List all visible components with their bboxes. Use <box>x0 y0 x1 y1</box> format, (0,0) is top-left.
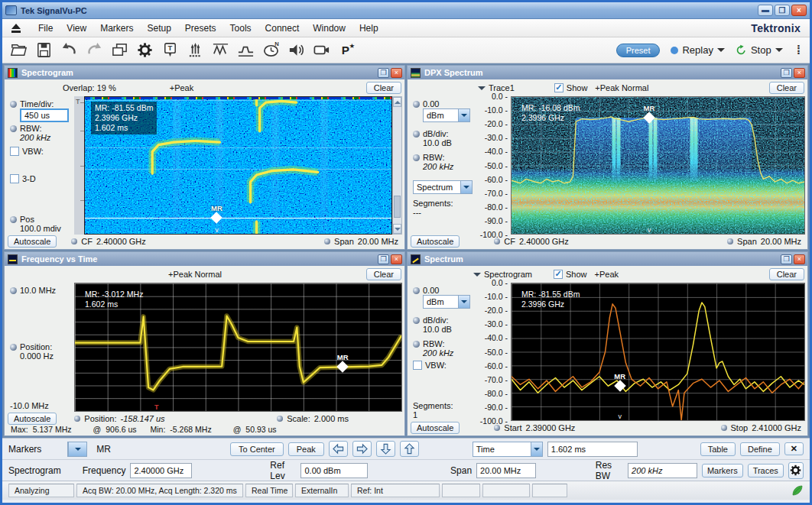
start-value[interactable]: 2.39000 GHz <box>526 423 576 432</box>
clear-button[interactable]: Clear <box>366 82 401 94</box>
peak-left-button[interactable] <box>329 441 348 457</box>
settings-gear-button[interactable] <box>788 462 804 479</box>
cf-value[interactable]: 2.40000 GHz <box>96 237 146 246</box>
adjust-knob-icon[interactable] <box>10 101 17 108</box>
define-button[interactable]: Define <box>740 442 780 456</box>
menu-item-tools[interactable]: Tools <box>223 21 258 36</box>
settings-icon[interactable] <box>135 40 154 60</box>
acquisition-icon[interactable] <box>261 40 281 60</box>
minimize-button[interactable]: ▬ <box>758 5 773 16</box>
show-checkbox[interactable] <box>554 270 563 279</box>
menu-item-file[interactable]: File <box>31 21 60 36</box>
close-button[interactable]: × <box>791 5 807 16</box>
scroll-thumb[interactable] <box>394 196 401 218</box>
panel-close-button[interactable]: × <box>794 254 805 264</box>
stop-value[interactable]: 2.41000 GHz <box>752 423 801 432</box>
panel-restore-button[interactable]: ❒ <box>378 254 389 264</box>
dpx-plot[interactable]: MR: -16.08 dBm 2.3996 GHz MR v <box>511 96 805 235</box>
frequency-input[interactable]: 2.40000 GHz <box>130 463 192 478</box>
panel-close-button[interactable]: × <box>391 254 402 264</box>
adjust-knob-icon[interactable] <box>277 416 283 422</box>
vbw-checkbox[interactable] <box>413 361 422 370</box>
span-input[interactable]: 20.00 MHz <box>476 463 536 478</box>
markers-panel-button[interactable]: Markers <box>702 464 743 477</box>
close-markers-button[interactable]: ✕ <box>784 442 804 455</box>
vbw-checkbox[interactable] <box>10 147 19 156</box>
marker-tag-icon[interactable] <box>160 40 180 60</box>
spectrogram-scrollbar[interactable] <box>392 96 402 235</box>
fvt-plot[interactable]: MR: -3.012 MHz 1.602 ms MR T <box>74 283 402 412</box>
menu-item-window[interactable]: Window <box>306 21 352 36</box>
replay-control[interactable]: Replay <box>671 44 724 56</box>
adjust-knob-icon[interactable] <box>324 238 330 244</box>
menu-item-help[interactable]: Help <box>352 21 385 36</box>
scroll-down-icon[interactable] <box>393 224 401 234</box>
adjust-knob-icon[interactable] <box>413 154 420 161</box>
ref-level-input[interactable]: 0.00 dBm <box>300 463 368 478</box>
open-file-icon[interactable] <box>8 40 28 60</box>
marker-select[interactable] <box>67 442 87 457</box>
audio-icon[interactable] <box>286 40 306 60</box>
eject-icon[interactable] <box>10 24 22 33</box>
peak-button[interactable]: Peak <box>288 442 324 456</box>
adjust-knob-icon[interactable] <box>10 287 17 294</box>
menu-item-connect[interactable]: Connect <box>258 21 307 36</box>
panel-restore-button[interactable]: ❒ <box>378 68 389 78</box>
ref-level-value[interactable]: 0.00 <box>423 286 439 295</box>
adjust-knob-icon[interactable] <box>413 131 420 138</box>
peak-right-button[interactable] <box>352 441 372 457</box>
position-value[interactable]: -158.147 us <box>121 414 165 423</box>
adjust-knob-icon[interactable] <box>71 238 77 244</box>
panel-restore-button[interactable]: ❒ <box>781 68 792 78</box>
marker-position-input[interactable]: 1.602 ms <box>547 442 638 457</box>
adjust-knob-icon[interactable] <box>494 425 500 431</box>
adjust-knob-icon[interactable] <box>413 101 420 108</box>
autoscale-button[interactable]: Autoscale <box>8 235 57 248</box>
freq-time-icon[interactable] <box>235 40 255 60</box>
maximize-button[interactable]: ❒ <box>775 5 790 16</box>
adjust-knob-icon[interactable] <box>413 341 420 348</box>
traces-panel-button[interactable]: Traces <box>748 464 784 477</box>
menu-item-setup[interactable]: Setup <box>140 21 177 36</box>
clear-button[interactable]: Clear <box>366 268 401 280</box>
menu-item-presets[interactable]: Presets <box>178 21 223 36</box>
spectrum-display-icon[interactable] <box>185 40 205 60</box>
cf-value[interactable]: 2.40000 GHz <box>519 237 569 246</box>
ref-level-value[interactable]: 0.00 <box>423 99 439 108</box>
units-select[interactable]: dBm <box>423 108 470 122</box>
spectrum-plot[interactable]: MR: -81.55 dBm 2.3996 GHz MR v <box>511 283 805 421</box>
displays-icon[interactable] <box>109 40 129 60</box>
panel-close-button[interactable]: × <box>391 68 402 78</box>
show-checkbox[interactable] <box>554 83 564 92</box>
clear-button[interactable]: Clear <box>769 268 804 280</box>
table-button[interactable]: Table <box>700 442 736 456</box>
preset-button[interactable]: Preset <box>616 44 661 57</box>
scroll-up-icon[interactable] <box>393 97 401 107</box>
vertical-position-value[interactable]: 0.000 Hz <box>20 351 73 361</box>
undo-icon[interactable] <box>59 40 79 60</box>
display-mode-select[interactable]: Spectrum <box>413 180 473 194</box>
adjust-knob-icon[interactable] <box>413 317 420 324</box>
autoscale-button[interactable]: Autoscale <box>8 413 57 425</box>
spectrogram-plot[interactable]: MR: -81.55 dBm 2.3996 GHz 1.602 ms MR v <box>84 96 392 235</box>
autoscale-button[interactable]: Autoscale <box>411 235 460 248</box>
autoscale-button[interactable]: Autoscale <box>411 422 460 434</box>
to-center-button[interactable]: To Center <box>230 442 284 456</box>
span-value[interactable]: 20.00 MHz <box>761 237 801 246</box>
amplitude-time-icon[interactable] <box>210 40 230 60</box>
adjust-knob-icon[interactable] <box>494 238 500 244</box>
adjust-knob-icon[interactable] <box>74 416 80 422</box>
user-preset-icon[interactable] <box>336 40 356 60</box>
adjust-knob-icon[interactable] <box>413 287 420 294</box>
scale-value[interactable]: 2.000 ms <box>314 414 349 423</box>
adjust-knob-icon[interactable] <box>721 425 727 431</box>
res-bw-input[interactable]: 200 kHz <box>628 463 697 478</box>
clear-button[interactable]: Clear <box>769 82 804 94</box>
redo-icon[interactable] <box>84 40 104 60</box>
marker-readout-type-select[interactable]: Time <box>473 442 543 457</box>
panel-close-button[interactable]: × <box>794 68 805 78</box>
adjust-knob-icon[interactable] <box>10 216 17 223</box>
menu-item-view[interactable]: View <box>60 21 93 36</box>
adjust-knob-icon[interactable] <box>10 125 17 132</box>
peak-lower-button[interactable] <box>376 441 395 457</box>
